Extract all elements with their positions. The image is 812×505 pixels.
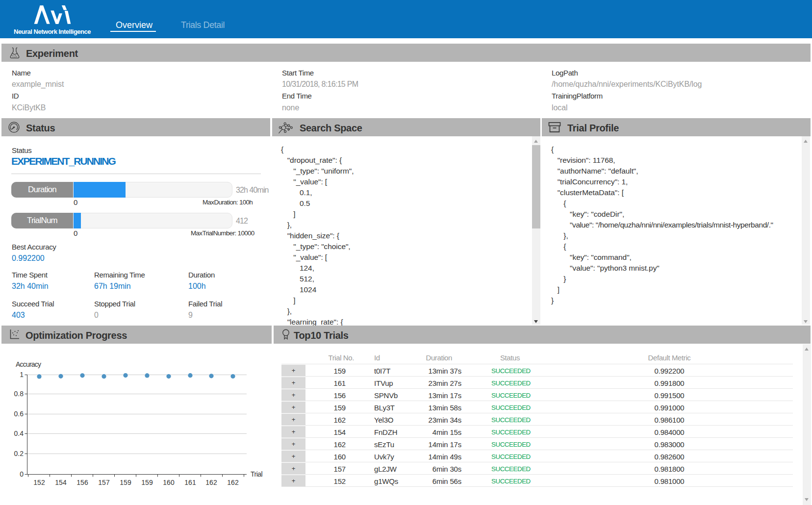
svg-text:0.6: 0.6 <box>14 410 24 418</box>
svg-text:0.2: 0.2 <box>14 450 24 457</box>
svg-text:1: 1 <box>20 371 24 379</box>
svg-text:162: 162 <box>205 479 217 486</box>
svg-text:156: 156 <box>76 479 88 486</box>
svg-text:159: 159 <box>120 479 131 486</box>
svg-text:159: 159 <box>141 479 153 486</box>
svg-text:154: 154 <box>55 479 67 486</box>
svg-text:0.4: 0.4 <box>14 429 24 437</box>
svg-text:161: 161 <box>184 479 196 486</box>
svg-text:0: 0 <box>20 470 24 478</box>
svg-text:0.8: 0.8 <box>14 390 24 398</box>
svg-text:157: 157 <box>98 479 110 486</box>
svg-text:162: 162 <box>227 479 239 486</box>
svg-text:152: 152 <box>33 479 45 486</box>
svg-text:160: 160 <box>163 479 175 486</box>
